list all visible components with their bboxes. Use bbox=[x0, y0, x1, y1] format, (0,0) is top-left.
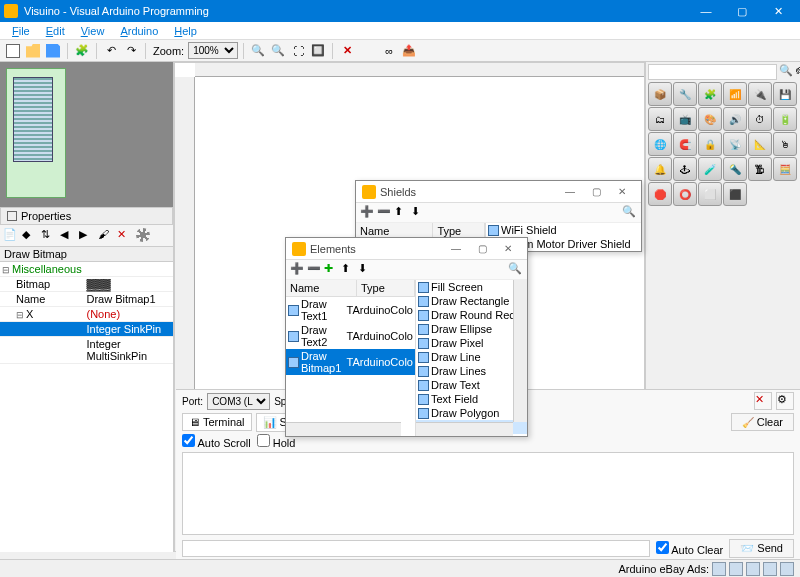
disconnect-button[interactable]: ✕ bbox=[754, 392, 772, 410]
clear-button[interactable]: 🧹 Clear bbox=[731, 413, 794, 431]
col-name[interactable]: Name bbox=[286, 280, 357, 296]
component-search-input[interactable] bbox=[648, 64, 777, 80]
prop-sort-button[interactable]: ⇅ bbox=[41, 228, 57, 244]
prop-categorize-button[interactable]: 📄 bbox=[3, 228, 19, 244]
property-value[interactable]: Integer MultiSinkPin bbox=[87, 338, 172, 362]
element-type-row[interactable]: Draw Polygon bbox=[416, 406, 527, 420]
down-button[interactable]: ⬇ bbox=[358, 262, 373, 277]
property-value[interactable]: ▓▓▓ bbox=[87, 278, 172, 290]
vertical-scrollbar[interactable] bbox=[513, 280, 527, 422]
terminal-input[interactable] bbox=[182, 540, 650, 557]
menu-arduino[interactable]: Arduino bbox=[112, 23, 166, 39]
element-type-row[interactable]: Draw Round Rec bbox=[416, 308, 527, 322]
component-button[interactable]: 🔌 bbox=[748, 82, 772, 106]
zoom-in-button[interactable]: 🔍 bbox=[249, 42, 267, 60]
dialog-search-icon[interactable]: 🔍 bbox=[508, 262, 523, 277]
col-type[interactable]: Type bbox=[357, 280, 415, 296]
element-type-row[interactable]: Draw Ellipse bbox=[416, 322, 527, 336]
port-settings-button[interactable]: ⚙ bbox=[776, 392, 794, 410]
property-row[interactable]: X (None) bbox=[0, 307, 173, 322]
open-button[interactable] bbox=[24, 42, 42, 60]
undo-button[interactable]: ↶ bbox=[102, 42, 120, 60]
save-button[interactable] bbox=[44, 42, 62, 60]
zoom-combo[interactable]: 100% bbox=[188, 42, 238, 59]
component-button[interactable]: 🛑 bbox=[648, 182, 672, 206]
dialog-maximize-button[interactable]: ▢ bbox=[469, 239, 495, 259]
property-row[interactable]: Bitmap ▓▓▓ bbox=[0, 277, 173, 292]
terminal-output[interactable] bbox=[182, 452, 794, 535]
new-button[interactable] bbox=[4, 42, 22, 60]
property-row[interactable]: Integer MultiSinkPin bbox=[0, 337, 173, 364]
dialog-maximize-button[interactable]: ▢ bbox=[583, 182, 609, 202]
component-button[interactable]: 🔧 bbox=[673, 82, 697, 106]
remove-button[interactable]: ➖ bbox=[307, 262, 322, 277]
prop-gear-button[interactable] bbox=[136, 228, 152, 244]
statusbar-icon[interactable] bbox=[729, 562, 743, 576]
statusbar-icon[interactable] bbox=[712, 562, 726, 576]
prop-diamond-button[interactable]: ◆ bbox=[22, 228, 38, 244]
menu-file[interactable]: File bbox=[4, 23, 38, 39]
menu-help[interactable]: Help bbox=[166, 23, 205, 39]
component-button[interactable]: ⭕ bbox=[673, 182, 697, 206]
elements-titlebar[interactable]: Elements — ▢ ✕ bbox=[286, 238, 527, 260]
element-type-row[interactable]: Fill Screen bbox=[416, 280, 527, 294]
delete-button[interactable]: ✕ bbox=[338, 42, 356, 60]
element-row[interactable]: Draw Bitmap1TArduinoColo bbox=[286, 349, 415, 375]
component-button[interactable]: 🕹 bbox=[673, 157, 697, 181]
property-group-row[interactable]: Miscellaneous bbox=[0, 262, 173, 277]
component-button[interactable]: 💾 bbox=[773, 82, 797, 106]
component-button[interactable]: ⬛ bbox=[723, 182, 747, 206]
component-button[interactable]: 🧩 bbox=[698, 82, 722, 106]
autoscroll-checkbox[interactable]: Auto Scroll bbox=[182, 434, 251, 449]
dialog-minimize-button[interactable]: — bbox=[443, 239, 469, 259]
element-type-row[interactable]: Draw Line bbox=[416, 350, 527, 364]
horizontal-scrollbar[interactable] bbox=[416, 422, 513, 436]
remove-button[interactable]: ➖ bbox=[377, 205, 392, 220]
property-value[interactable]: Draw Bitmap1 bbox=[87, 293, 172, 305]
upload-button[interactable]: 📤 bbox=[400, 42, 418, 60]
autoclear-checkbox[interactable]: Auto Clear bbox=[656, 541, 723, 556]
component-button[interactable]: ⬜ bbox=[698, 182, 722, 206]
dialog-close-button[interactable]: ✕ bbox=[609, 182, 635, 202]
component-button[interactable]: ⏱ bbox=[748, 107, 772, 131]
maximize-button[interactable]: ▢ bbox=[724, 0, 760, 22]
statusbar-icon[interactable] bbox=[763, 562, 777, 576]
prop-prev-button[interactable]: ◀ bbox=[60, 228, 76, 244]
element-type-row[interactable]: Draw Text bbox=[416, 378, 527, 392]
component-button[interactable]: 📶 bbox=[723, 82, 747, 106]
component-button[interactable]: 🔔 bbox=[648, 157, 672, 181]
add-button[interactable]: ➕ bbox=[290, 262, 305, 277]
component-button[interactable]: 🔦 bbox=[723, 157, 747, 181]
component-button[interactable]: 🔋 bbox=[773, 107, 797, 131]
property-value[interactable]: (None) bbox=[87, 308, 172, 320]
menu-view[interactable]: View bbox=[73, 23, 113, 39]
zoom-select-button[interactable]: 🔲 bbox=[309, 42, 327, 60]
component-button[interactable]: 🌐 bbox=[648, 132, 672, 156]
shields-titlebar[interactable]: Shields — ▢ ✕ bbox=[356, 181, 641, 203]
component-button[interactable]: 🗜 bbox=[748, 157, 772, 181]
component-button[interactable]: 🎨 bbox=[698, 107, 722, 131]
component-button[interactable]: 🧪 bbox=[698, 157, 722, 181]
add-green-button[interactable]: ✚ bbox=[324, 262, 339, 277]
element-type-row[interactable]: Draw Pixel bbox=[416, 336, 527, 350]
arduino-button[interactable]: ∞ bbox=[380, 42, 398, 60]
close-button[interactable]: ✕ bbox=[760, 0, 796, 22]
fold-icon[interactable] bbox=[2, 263, 12, 275]
prop-next-button[interactable]: ▶ bbox=[79, 228, 95, 244]
component-button[interactable]: 🧮 bbox=[773, 157, 797, 181]
property-row[interactable]: Name Draw Bitmap1 bbox=[0, 292, 173, 307]
minimize-button[interactable]: — bbox=[688, 0, 724, 22]
down-button[interactable]: ⬇ bbox=[411, 205, 426, 220]
redo-button[interactable]: ↷ bbox=[122, 42, 140, 60]
dialog-close-button[interactable]: ✕ bbox=[495, 239, 521, 259]
component-button[interactable]: 📐 bbox=[748, 132, 772, 156]
statusbar-icon[interactable] bbox=[746, 562, 760, 576]
component-button[interactable]: 🧲 bbox=[673, 132, 697, 156]
element-type-row[interactable]: Draw Lines bbox=[416, 364, 527, 378]
prop-brush-button[interactable]: 🖌 bbox=[98, 228, 114, 244]
component-button[interactable]: 📺 bbox=[673, 107, 697, 131]
component-button[interactable]: 🗂 bbox=[648, 107, 672, 131]
component-button[interactable]: 📦 bbox=[648, 82, 672, 106]
property-row-selected[interactable]: Integer SinkPin bbox=[0, 322, 173, 337]
element-row[interactable]: Draw Text1TArduinoColo bbox=[286, 297, 415, 323]
